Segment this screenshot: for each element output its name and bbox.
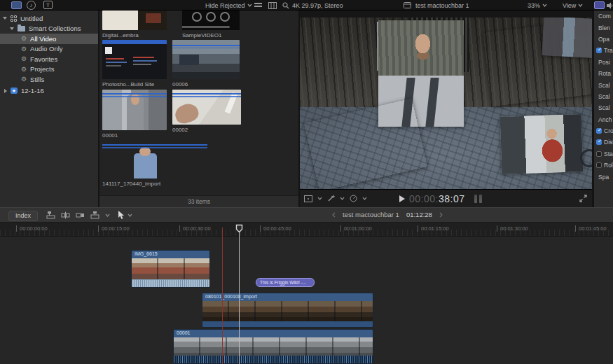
inspector-row[interactable]: Com — [594, 10, 613, 22]
sidebar-item-all-video[interactable]: ⚙ All Video — [0, 34, 98, 44]
search-button[interactable] — [282, 0, 289, 10]
search-icon — [282, 2, 289, 9]
timeline-clip-img6615[interactable]: IMG_6615 — [131, 250, 210, 288]
browser-status-bar: 33 items — [99, 195, 298, 207]
chevron-down-icon[interactable] — [317, 197, 322, 200]
sidebar-item-smart-collections[interactable]: Smart Collections — [0, 24, 98, 34]
chevron-down-icon[interactable] — [128, 214, 132, 217]
transform-overlay-icon[interactable] — [304, 195, 312, 202]
clip-thumbnail[interactable] — [172, 40, 240, 79]
checkbox-checked-icon[interactable] — [596, 128, 602, 134]
viewer-zoom-pop-up[interactable]: 33% — [528, 0, 547, 10]
disclosure-triangle-icon[interactable] — [4, 89, 7, 93]
inspector-row[interactable]: Roll — [594, 160, 613, 171]
inspector-label: Com — [598, 13, 611, 20]
inspector-row[interactable]: Crop — [594, 125, 613, 136]
inspector-row[interactable]: Scal — [594, 102, 613, 113]
browser-clip[interactable]: Photosho...Build Site — [102, 40, 167, 88]
clip-thumbnail[interactable] — [102, 140, 207, 178]
chevron-down-icon[interactable] — [105, 214, 110, 217]
timeline-clip-00001[interactable]: 00001 — [173, 329, 373, 364]
inspector-row[interactable]: Opa — [594, 34, 613, 45]
inspector-row[interactable]: Spa — [594, 171, 613, 182]
inspector-row[interactable]: Tran — [594, 45, 613, 56]
enhancements-wand-icon[interactable] — [327, 195, 335, 202]
format-info: 4K 29.97p, Stereo — [292, 0, 343, 10]
inspector-row[interactable]: Dist — [594, 136, 613, 148]
inspector-row[interactable]: Rota — [594, 68, 613, 79]
checkbox-unchecked-icon[interactable] — [596, 151, 602, 157]
history-forward-icon[interactable] — [439, 212, 443, 218]
timeline-title-clip[interactable]: This is Friggin Wild! -... — [256, 278, 315, 287]
photos-audio-icon[interactable]: ♪ — [27, 1, 36, 10]
filter-pop-up[interactable]: Hide Rejected — [205, 0, 252, 10]
timeline-tracks[interactable]: IMG_6615 This is Friggin Wild! -... 0801… — [0, 237, 613, 364]
clip-thumbnail[interactable] — [182, 10, 240, 30]
inspector-row[interactable]: Scal — [594, 91, 613, 102]
play-button[interactable] — [399, 195, 405, 202]
sidebar-item-stills[interactable]: ⚙ Stills — [0, 74, 98, 85]
sidebar-item-event[interactable]: ★ 12-1-16 — [0, 86, 98, 97]
items-count-label: 33 items — [188, 198, 210, 205]
checkbox-unchecked-icon[interactable] — [596, 162, 602, 168]
inspector-label: Posi — [598, 59, 610, 66]
titles-generators-icon[interactable]: T — [43, 1, 53, 9]
audio-meter-toggle[interactable] — [607, 0, 613, 10]
inspector-row[interactable]: Anch — [594, 114, 613, 125]
browser-clip[interactable]: SampleVIDEO1 — [182, 10, 240, 38]
audio-meters[interactable] — [474, 195, 482, 203]
browser-clip[interactable]: 00002 — [172, 90, 241, 133]
playhead-handle[interactable] — [235, 224, 243, 233]
append-clip-icon[interactable] — [76, 211, 85, 219]
overwrite-clip-icon[interactable] — [90, 211, 99, 219]
insert-clip-icon[interactable] — [61, 211, 70, 219]
fcpx-window: ♪ T Hide Rejected 4K 29.97p, Stereo test… — [0, 0, 613, 364]
clip-thumbnail[interactable] — [172, 90, 241, 125]
inspector-label: Stab — [604, 150, 613, 158]
display-toggle-icon[interactable] — [594, 1, 605, 9]
sidebar-item-projects[interactable]: ⚙ Projects — [0, 64, 98, 75]
arrow-tool-icon[interactable] — [118, 211, 125, 220]
format-info-label: 4K 29.97p, Stereo — [292, 2, 343, 9]
checkbox-checked-icon[interactable] — [596, 139, 602, 145]
inspector-label: Dist — [604, 139, 613, 146]
browser-clip[interactable]: 00006 — [172, 40, 240, 88]
clip-thumbnail[interactable] — [102, 90, 167, 130]
media-browser: Digital...embra SampleVIDEO1 — [99, 10, 298, 207]
video-inspector: Com Blen Opa Tran Posi Rota Scal Scal Sc… — [593, 10, 613, 207]
disclosure-triangle-icon[interactable] — [3, 17, 7, 20]
chevron-down-icon[interactable] — [340, 197, 345, 200]
playhead-line[interactable] — [239, 232, 240, 364]
browser-clip[interactable]: Digital...embra — [102, 10, 167, 38]
browser-clip[interactable]: 141117_170440_import — [102, 140, 207, 187]
media-browser-icon[interactable] — [11, 1, 22, 9]
clip-name-label: 00001 — [174, 330, 373, 337]
ruler-tick-label: 00:00:45:00 — [260, 225, 291, 232]
viewer-video-canvas[interactable] — [300, 18, 592, 189]
inspector-row[interactable]: Posi — [594, 57, 613, 68]
history-back-icon[interactable] — [332, 212, 336, 218]
timeline-ruler[interactable]: 00:00:00:00 00:00:15:00 00:00:30:00 00:0… — [0, 223, 613, 237]
viewer-view-pop-up[interactable]: View — [563, 0, 583, 10]
sidebar-item-audio-only[interactable]: ⚙ Audio Only — [0, 44, 98, 55]
sidebar-item-favorites[interactable]: ⚙ Favorites — [0, 54, 98, 64]
retime-icon[interactable] — [350, 195, 357, 202]
inspector-row[interactable]: Blen — [594, 22, 613, 33]
inspector-row[interactable]: Stab — [594, 148, 613, 160]
connect-clip-icon[interactable] — [46, 211, 55, 219]
clip-thumbnail[interactable] — [102, 10, 167, 30]
checkbox-checked-icon[interactable] — [596, 48, 602, 53]
sidebar-item-label: Smart Collections — [29, 24, 81, 32]
index-button[interactable]: Index — [8, 211, 38, 221]
disclosure-triangle-icon[interactable] — [10, 27, 14, 30]
inspector-row[interactable]: Scal — [594, 79, 613, 90]
fullscreen-icon[interactable] — [579, 195, 587, 202]
ruler-tick-label: 00:01:15:00 — [418, 225, 449, 232]
browser-clip[interactable]: 00001 — [102, 90, 167, 139]
clip-filter-icon[interactable] — [254, 0, 262, 10]
timeline-clip-080101[interactable]: 080101_000108_import — [202, 293, 373, 328]
clip-thumbnail[interactable] — [102, 40, 167, 79]
chevron-down-icon[interactable] — [362, 197, 367, 200]
clip-appearance-icon[interactable] — [268, 0, 277, 10]
sidebar-item-library[interactable]: Untitled — [0, 13, 98, 24]
